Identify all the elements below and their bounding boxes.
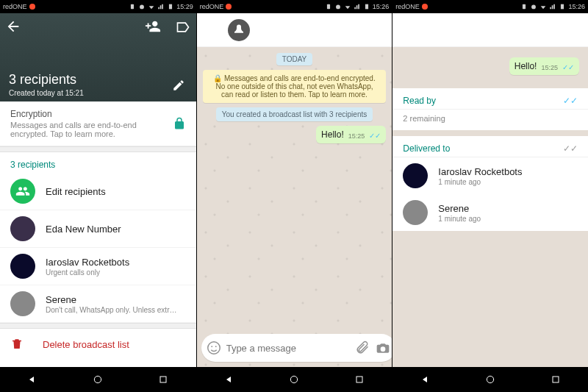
- delivered-panel: Delivered to ✓✓ Iaroslav Rocketbots 1 mi…: [392, 136, 588, 231]
- svg-point-9: [372, 29, 374, 31]
- avatar: [10, 291, 35, 316]
- back-button[interactable]: [207, 21, 225, 39]
- nav-back-button[interactable]: [26, 374, 38, 385]
- battery-icon: [167, 3, 174, 10]
- svg-point-3: [95, 376, 101, 382]
- clock-label: 15:26: [373, 3, 390, 10]
- recipient-row[interactable]: Serene Don't call, WhatsApp only. Unless…: [0, 285, 196, 323]
- wifi-icon: [539, 3, 547, 10]
- nav-recents-button[interactable]: [550, 374, 562, 385]
- double-check-blue-icon: ✓✓: [563, 96, 578, 106]
- recipient-row[interactable]: Iaroslav Rocketbots Urgent calls only: [0, 248, 196, 285]
- svg-rect-7: [365, 4, 368, 10]
- nav-home-button[interactable]: [92, 374, 104, 385]
- system-message: You created a broadcast list with 3 reci…: [216, 107, 373, 121]
- encryption-notice[interactable]: 🔒 Messages and calls are end-to-end encr…: [203, 70, 387, 103]
- edit-recipients-row[interactable]: Edit recipients: [0, 173, 196, 210]
- alarm-icon: [138, 3, 146, 10]
- screen-message-info: redONE 15:26 Message info Hello! 15:25 ✓…: [392, 0, 588, 392]
- screen-chat: redONE 15:26 3 recipients Eda New Number…: [196, 0, 392, 392]
- trash-icon: [10, 338, 24, 351]
- vibrate-icon: [129, 3, 136, 10]
- status-bar: redONE 15:29: [0, 0, 196, 13]
- avatar: [10, 254, 35, 279]
- navbar: [197, 367, 392, 392]
- battery-icon: [559, 3, 566, 10]
- nav-home-button[interactable]: [288, 374, 300, 385]
- encryption-head: Encryption: [10, 109, 173, 119]
- nav-home-button[interactable]: [484, 374, 496, 385]
- delivered-row[interactable]: Serene 1 minute ago: [392, 194, 588, 231]
- alarm-icon: [530, 3, 537, 10]
- carrier-label: redONE: [395, 3, 420, 10]
- lock-icon: [173, 117, 186, 130]
- chat-title-block[interactable]: 3 recipients Eda New Number, Iaroslav, S…: [256, 21, 359, 40]
- delete-broadcast-button[interactable]: Delete broadcast list: [0, 329, 196, 360]
- delete-label: Delete broadcast list: [43, 339, 129, 350]
- message-time: 15:25: [541, 64, 558, 71]
- message-input[interactable]: [226, 343, 350, 354]
- delivered-label: Delivered to: [403, 143, 450, 154]
- nav-back-button[interactable]: [223, 374, 235, 385]
- double-check-grey-icon: ✓✓: [563, 143, 578, 154]
- signal-icon: [157, 3, 165, 10]
- encryption-row[interactable]: Encryption Messages and calls are end-to…: [0, 101, 196, 146]
- carrier-label: redONE: [3, 3, 27, 10]
- recipient-name: Eda New Number: [46, 224, 121, 235]
- message-time: 15:25: [348, 132, 365, 140]
- svg-point-11: [207, 342, 220, 354]
- attach-button[interactable]: [354, 340, 370, 356]
- recipient-name: Serene: [46, 294, 178, 305]
- vibrate-icon: [520, 3, 528, 10]
- svg-point-6: [336, 5, 340, 10]
- message-bubble: Hello! 15:25 ✓✓: [509, 57, 579, 75]
- svg-point-8: [372, 24, 374, 26]
- message-input-container: [201, 334, 392, 362]
- svg-rect-15: [356, 377, 362, 382]
- svg-point-12: [211, 346, 212, 347]
- back-button[interactable]: [4, 18, 22, 35]
- page-subtitle: Created today at 15:21: [9, 89, 84, 97]
- wifi-icon: [344, 3, 351, 10]
- delivered-time: 1 minute ago: [438, 215, 481, 223]
- recipients-header: 3 recipients: [0, 152, 196, 173]
- chat-area: TODAY 🔒 Messages and calls are end-to-en…: [197, 47, 392, 367]
- back-button[interactable]: [403, 21, 420, 39]
- svg-point-17: [532, 5, 537, 10]
- page-title: Message info: [431, 24, 501, 37]
- avatar: [403, 163, 428, 188]
- nav-recents-button[interactable]: [157, 374, 169, 385]
- svg-rect-0: [131, 4, 134, 10]
- svg-rect-20: [553, 377, 559, 382]
- navbar: [0, 367, 196, 392]
- people-icon: [10, 179, 35, 204]
- camera-button[interactable]: [375, 340, 391, 356]
- avatar: [10, 216, 35, 241]
- svg-point-19: [487, 376, 493, 382]
- svg-rect-18: [561, 4, 564, 10]
- message-bubble[interactable]: Hello! 15:25 ✓✓: [316, 126, 386, 143]
- chat-title: 3 recipients: [256, 21, 359, 32]
- signal-icon: [354, 3, 361, 10]
- composer: [197, 329, 392, 367]
- add-participant-button[interactable]: [144, 18, 162, 35]
- svg-point-10: [372, 33, 374, 35]
- appbar: Message info: [392, 13, 588, 47]
- edit-button[interactable]: [170, 76, 187, 94]
- navbar: [392, 367, 588, 392]
- alarm-icon: [334, 3, 342, 10]
- chat-avatar[interactable]: [228, 19, 250, 41]
- notification-dot-icon: [422, 4, 428, 10]
- battery-icon: [363, 3, 370, 10]
- appbar: 3 recipients Created today at 15:21: [0, 13, 196, 101]
- recipient-row[interactable]: Eda New Number: [0, 210, 196, 248]
- status-bar: redONE 15:26: [197, 0, 392, 13]
- menu-button[interactable]: [364, 21, 381, 39]
- nav-recents-button[interactable]: [354, 374, 365, 385]
- recipient-status: Urgent calls only: [46, 268, 129, 277]
- delivered-time: 1 minute ago: [438, 178, 522, 186]
- tag-icon[interactable]: [174, 18, 192, 36]
- nav-back-button[interactable]: [420, 374, 431, 385]
- emoji-button[interactable]: [206, 340, 222, 356]
- delivered-row[interactable]: Iaroslav Rocketbots 1 minute ago: [392, 157, 588, 194]
